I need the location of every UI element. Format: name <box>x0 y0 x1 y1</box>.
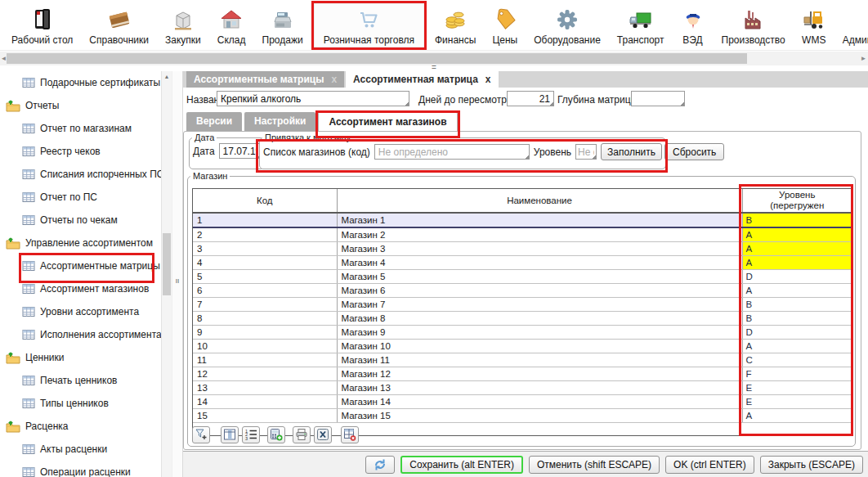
forklift-icon <box>802 6 826 34</box>
table-toolbar-columns-icon[interactable] <box>221 426 239 443</box>
depth-input[interactable] <box>631 91 685 106</box>
table-toolbar-filter-plus-icon[interactable] <box>192 426 210 443</box>
column-header-level[interactable]: Уровень (перегружен <box>742 189 852 213</box>
table-row[interactable]: 8Магазин 8B <box>193 312 852 326</box>
sidebar-item-0[interactable]: Подарочные сертификаты <box>0 71 161 94</box>
refresh-button[interactable] <box>365 456 395 474</box>
table-toolbar-clear-table-icon[interactable] <box>341 426 359 443</box>
sidebar-item-8[interactable]: Ассортиментные матрицы <box>0 254 161 277</box>
toolbar-item-12[interactable]: WMS <box>794 1 834 48</box>
sidebar-item-16[interactable]: Акты расценки <box>0 438 161 461</box>
doc-tab-0[interactable]: Ассортиментные матрицыx <box>186 71 344 88</box>
table-toolbar-printer-icon[interactable] <box>293 426 311 443</box>
footer-button-0[interactable]: Сохранить (alt ENTER) <box>400 456 523 474</box>
scroll-up-icon[interactable]: ▲ <box>162 72 172 82</box>
toolbar-item-8[interactable]: Оборудование <box>526 1 609 48</box>
footer-button-3[interactable]: Закрыть (ESCAPE) <box>760 456 863 474</box>
cell-name: Магазин 4 <box>337 256 742 270</box>
column-header-code[interactable]: Код <box>193 189 337 213</box>
days-input[interactable] <box>507 91 554 106</box>
sidebar-item-12[interactable]: Ценники <box>0 346 161 369</box>
table-row[interactable]: 9Магазин 9D <box>193 326 852 340</box>
tab-close-icon[interactable]: x <box>485 71 491 88</box>
toolbar-item-2[interactable]: Закупки <box>157 1 209 48</box>
table-row[interactable]: 1Магазин 1B <box>193 213 852 227</box>
table-toolbar-calculator-add-icon[interactable] <box>267 426 285 443</box>
toolbar-item-1[interactable]: Справочники <box>81 1 157 48</box>
level-input[interactable] <box>575 144 597 160</box>
sidebar-item-13[interactable]: Печать ценников <box>0 369 161 392</box>
doc-tab-1[interactable]: Ассортиментная матрицаx <box>346 71 498 88</box>
toolbar-item-0[interactable]: Рабочий стол <box>3 1 81 48</box>
sidebar-item-5[interactable]: Отчет по ПС <box>0 186 161 209</box>
coins-icon <box>443 6 468 34</box>
sidebar-item-label: Ценники <box>25 352 64 363</box>
table-row[interactable]: 5Магазин 5D <box>193 270 852 284</box>
sidebar-item-11[interactable]: Исполнения ассортимента <box>0 323 161 346</box>
toolbar-item-10[interactable]: ВЭД <box>673 1 714 48</box>
scroll-right-icon[interactable]: ► <box>860 53 867 64</box>
price-tag-icon <box>493 6 517 34</box>
table-header-row[interactable]: Код Наименование Уровень (перегружен <box>193 189 852 213</box>
sidebar-item-7[interactable]: Управление ассортиментом <box>0 232 161 254</box>
table-row[interactable]: 4Магазин 4A <box>193 256 852 270</box>
table-row[interactable]: 13Магазин 13E <box>193 381 852 395</box>
toolbar-item-11[interactable]: Производство <box>714 1 794 48</box>
table-row[interactable]: 15Магазин 15A <box>193 409 852 423</box>
sidebar-item-15[interactable]: Расценка <box>0 415 161 438</box>
table-row[interactable]: 12Магазин 12F <box>193 367 852 381</box>
toolbar-item-5[interactable]: Розничная торговля <box>311 1 427 50</box>
toolbar-item-9[interactable]: Транспорт <box>609 1 673 48</box>
sub-tab-1[interactable]: Настройки <box>244 112 315 131</box>
reset-button[interactable]: Сбросить <box>664 143 724 160</box>
toolbar-item-6[interactable]: Финансы <box>427 1 484 48</box>
footer-button-1[interactable]: Отменить (shift ESCAPE) <box>529 456 660 474</box>
table-row[interactable]: 7Магазин 7B <box>193 298 852 312</box>
sidebar-item-3[interactable]: Реестр чеков <box>0 140 161 163</box>
table-row[interactable]: 14Магазин 14E <box>193 395 852 409</box>
sidebar-item-17[interactable]: Операции расценки <box>0 461 161 477</box>
table-row[interactable]: 11Магазин 11C <box>193 353 852 367</box>
toolbar-item-label: Производство <box>722 34 785 46</box>
table-row[interactable]: 2Магазин 2A <box>193 227 852 242</box>
toolbar-item-7[interactable]: Цены <box>484 1 526 48</box>
toolbar-item-label: Продажи <box>262 34 303 46</box>
table-row[interactable]: 10Магазин 10A <box>193 340 852 353</box>
table-toolbar-excel-icon[interactable] <box>314 426 332 443</box>
sidebar-item-1[interactable]: Отчеты <box>0 94 161 117</box>
table-row[interactable]: 3Магазин 3A <box>193 242 852 256</box>
column-header-name[interactable]: Наименование <box>337 189 742 213</box>
cell-code: 12 <box>193 367 337 381</box>
cell-level: A <box>742 256 852 270</box>
sidebar-item-4[interactable]: Списания испорченных ПС <box>0 163 161 186</box>
horizontal-splitter-grip[interactable]: = <box>0 65 868 71</box>
date-input[interactable] <box>219 143 262 159</box>
footer-button-2[interactable]: OK (ctrl ENTER) <box>665 456 754 474</box>
stores-list-input[interactable] <box>374 144 530 160</box>
table-icon <box>22 375 35 386</box>
toolbar-item-3[interactable]: Склад <box>209 1 254 48</box>
sidebar-item-9[interactable]: Ассортимент магазинов <box>0 277 161 300</box>
sidebar-item-10[interactable]: Уровни ассортимента <box>0 300 161 323</box>
cell-name: Магазин 9 <box>337 326 742 340</box>
sub-tab-2[interactable]: Ассортимент магазинов <box>318 112 457 131</box>
table-toolbar-numbered-list-icon[interactable]: 123 <box>242 426 260 443</box>
cell-level: E <box>742 395 852 409</box>
cell-code: 2 <box>193 227 337 242</box>
toolbar-item-4[interactable]: Продажи <box>254 1 311 48</box>
table-row[interactable]: 6Магазин 6A <box>193 284 852 298</box>
sidebar-scrollbar[interactable]: ▲ <box>161 71 172 477</box>
tab-close-icon[interactable]: x <box>331 71 337 88</box>
vertical-splitter[interactable]: II <box>172 71 183 477</box>
sidebar-item-2[interactable]: Отчет по магазинам <box>0 117 161 140</box>
sidebar-scrollbar-thumb[interactable] <box>163 233 171 295</box>
main-content: Ассортиментные матрицыxАссортиментная ма… <box>183 71 868 477</box>
toolbar-item-13[interactable]: Администрирование <box>834 1 868 48</box>
h-scrollbar-thumb[interactable] <box>7 53 747 64</box>
cart-icon <box>356 6 381 34</box>
fill-button[interactable]: Заполнить <box>601 143 662 160</box>
sub-tab-0[interactable]: Версии <box>186 112 242 131</box>
name-input[interactable] <box>217 91 409 106</box>
sidebar-item-6[interactable]: Отчеты по чекам <box>0 209 161 232</box>
sidebar-item-14[interactable]: Типы ценников <box>0 392 161 415</box>
